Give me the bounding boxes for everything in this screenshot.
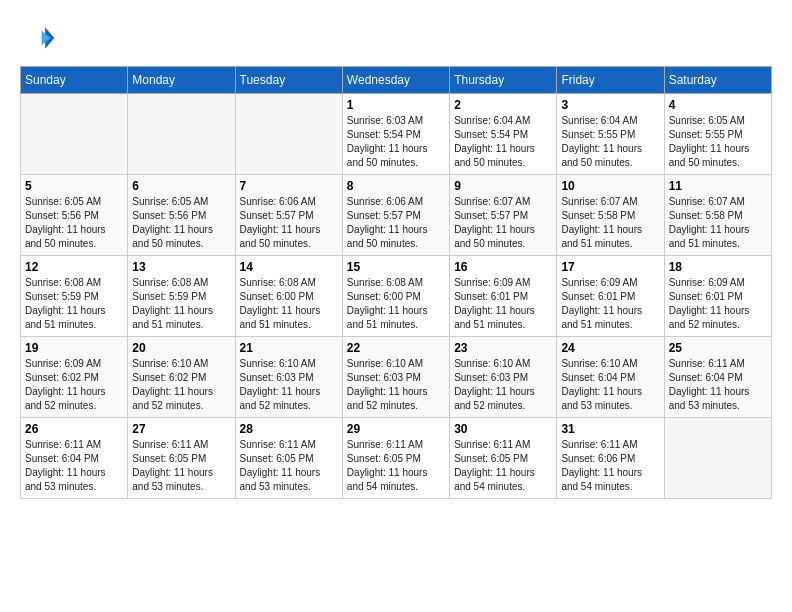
calendar-table: SundayMondayTuesdayWednesdayThursdayFrid…: [20, 66, 772, 499]
day-number: 20: [132, 341, 230, 355]
calendar-day-cell: [664, 418, 771, 499]
calendar-day-cell: 26Sunrise: 6:11 AMSunset: 6:04 PMDayligh…: [21, 418, 128, 499]
day-info: Sunrise: 6:05 AMSunset: 5:56 PMDaylight:…: [132, 195, 230, 251]
day-number: 6: [132, 179, 230, 193]
day-info: Sunrise: 6:04 AMSunset: 5:55 PMDaylight:…: [561, 114, 659, 170]
calendar-day-cell: 5Sunrise: 6:05 AMSunset: 5:56 PMDaylight…: [21, 175, 128, 256]
calendar-week-row: 19Sunrise: 6:09 AMSunset: 6:02 PMDayligh…: [21, 337, 772, 418]
day-info: Sunrise: 6:07 AMSunset: 5:58 PMDaylight:…: [561, 195, 659, 251]
day-number: 7: [240, 179, 338, 193]
day-info: Sunrise: 6:03 AMSunset: 5:54 PMDaylight:…: [347, 114, 445, 170]
day-number: 16: [454, 260, 552, 274]
calendar-day-cell: 1Sunrise: 6:03 AMSunset: 5:54 PMDaylight…: [342, 94, 449, 175]
day-of-week-header: Sunday: [21, 67, 128, 94]
calendar-week-row: 1Sunrise: 6:03 AMSunset: 5:54 PMDaylight…: [21, 94, 772, 175]
calendar-day-cell: 10Sunrise: 6:07 AMSunset: 5:58 PMDayligh…: [557, 175, 664, 256]
calendar-day-cell: 4Sunrise: 6:05 AMSunset: 5:55 PMDaylight…: [664, 94, 771, 175]
day-number: 29: [347, 422, 445, 436]
day-number: 15: [347, 260, 445, 274]
day-number: 30: [454, 422, 552, 436]
day-info: Sunrise: 6:09 AMSunset: 6:01 PMDaylight:…: [454, 276, 552, 332]
day-info: Sunrise: 6:10 AMSunset: 6:02 PMDaylight:…: [132, 357, 230, 413]
days-of-week-row: SundayMondayTuesdayWednesdayThursdayFrid…: [21, 67, 772, 94]
calendar-day-cell: 23Sunrise: 6:10 AMSunset: 6:03 PMDayligh…: [450, 337, 557, 418]
day-info: Sunrise: 6:11 AMSunset: 6:04 PMDaylight:…: [669, 357, 767, 413]
calendar-day-cell: 22Sunrise: 6:10 AMSunset: 6:03 PMDayligh…: [342, 337, 449, 418]
calendar-day-cell: 12Sunrise: 6:08 AMSunset: 5:59 PMDayligh…: [21, 256, 128, 337]
day-info: Sunrise: 6:07 AMSunset: 5:58 PMDaylight:…: [669, 195, 767, 251]
day-info: Sunrise: 6:09 AMSunset: 6:01 PMDaylight:…: [561, 276, 659, 332]
day-number: 28: [240, 422, 338, 436]
calendar-day-cell: 2Sunrise: 6:04 AMSunset: 5:54 PMDaylight…: [450, 94, 557, 175]
day-info: Sunrise: 6:08 AMSunset: 6:00 PMDaylight:…: [347, 276, 445, 332]
day-info: Sunrise: 6:07 AMSunset: 5:57 PMDaylight:…: [454, 195, 552, 251]
day-number: 4: [669, 98, 767, 112]
calendar-day-cell: 8Sunrise: 6:06 AMSunset: 5:57 PMDaylight…: [342, 175, 449, 256]
day-info: Sunrise: 6:08 AMSunset: 5:59 PMDaylight:…: [25, 276, 123, 332]
day-number: 13: [132, 260, 230, 274]
day-info: Sunrise: 6:11 AMSunset: 6:05 PMDaylight:…: [132, 438, 230, 494]
day-number: 12: [25, 260, 123, 274]
day-info: Sunrise: 6:04 AMSunset: 5:54 PMDaylight:…: [454, 114, 552, 170]
day-info: Sunrise: 6:06 AMSunset: 5:57 PMDaylight:…: [347, 195, 445, 251]
day-info: Sunrise: 6:08 AMSunset: 5:59 PMDaylight:…: [132, 276, 230, 332]
day-info: Sunrise: 6:10 AMSunset: 6:03 PMDaylight:…: [240, 357, 338, 413]
day-info: Sunrise: 6:11 AMSunset: 6:05 PMDaylight:…: [240, 438, 338, 494]
calendar-day-cell: [128, 94, 235, 175]
day-info: Sunrise: 6:05 AMSunset: 5:55 PMDaylight:…: [669, 114, 767, 170]
calendar-day-cell: 21Sunrise: 6:10 AMSunset: 6:03 PMDayligh…: [235, 337, 342, 418]
day-number: 27: [132, 422, 230, 436]
calendar-day-cell: 29Sunrise: 6:11 AMSunset: 6:05 PMDayligh…: [342, 418, 449, 499]
day-number: 18: [669, 260, 767, 274]
day-info: Sunrise: 6:10 AMSunset: 6:04 PMDaylight:…: [561, 357, 659, 413]
calendar-day-cell: 7Sunrise: 6:06 AMSunset: 5:57 PMDaylight…: [235, 175, 342, 256]
day-number: 5: [25, 179, 123, 193]
logo: [20, 20, 60, 56]
calendar-day-cell: 13Sunrise: 6:08 AMSunset: 5:59 PMDayligh…: [128, 256, 235, 337]
day-info: Sunrise: 6:10 AMSunset: 6:03 PMDaylight:…: [347, 357, 445, 413]
calendar-day-cell: 27Sunrise: 6:11 AMSunset: 6:05 PMDayligh…: [128, 418, 235, 499]
calendar-day-cell: 6Sunrise: 6:05 AMSunset: 5:56 PMDaylight…: [128, 175, 235, 256]
calendar-day-cell: 9Sunrise: 6:07 AMSunset: 5:57 PMDaylight…: [450, 175, 557, 256]
calendar-week-row: 12Sunrise: 6:08 AMSunset: 5:59 PMDayligh…: [21, 256, 772, 337]
calendar-day-cell: 16Sunrise: 6:09 AMSunset: 6:01 PMDayligh…: [450, 256, 557, 337]
day-info: Sunrise: 6:11 AMSunset: 6:06 PMDaylight:…: [561, 438, 659, 494]
page-header: [20, 20, 772, 56]
logo-icon: [20, 20, 56, 56]
day-info: Sunrise: 6:06 AMSunset: 5:57 PMDaylight:…: [240, 195, 338, 251]
day-number: 14: [240, 260, 338, 274]
day-number: 19: [25, 341, 123, 355]
day-number: 26: [25, 422, 123, 436]
calendar-day-cell: 18Sunrise: 6:09 AMSunset: 6:01 PMDayligh…: [664, 256, 771, 337]
calendar-day-cell: [21, 94, 128, 175]
day-info: Sunrise: 6:11 AMSunset: 6:05 PMDaylight:…: [347, 438, 445, 494]
day-of-week-header: Monday: [128, 67, 235, 94]
calendar-day-cell: 24Sunrise: 6:10 AMSunset: 6:04 PMDayligh…: [557, 337, 664, 418]
calendar-day-cell: [235, 94, 342, 175]
calendar-day-cell: 15Sunrise: 6:08 AMSunset: 6:00 PMDayligh…: [342, 256, 449, 337]
day-info: Sunrise: 6:11 AMSunset: 6:05 PMDaylight:…: [454, 438, 552, 494]
day-of-week-header: Tuesday: [235, 67, 342, 94]
day-info: Sunrise: 6:10 AMSunset: 6:03 PMDaylight:…: [454, 357, 552, 413]
day-number: 25: [669, 341, 767, 355]
day-number: 31: [561, 422, 659, 436]
calendar-day-cell: 25Sunrise: 6:11 AMSunset: 6:04 PMDayligh…: [664, 337, 771, 418]
day-of-week-header: Thursday: [450, 67, 557, 94]
day-number: 10: [561, 179, 659, 193]
calendar-day-cell: 19Sunrise: 6:09 AMSunset: 6:02 PMDayligh…: [21, 337, 128, 418]
day-of-week-header: Wednesday: [342, 67, 449, 94]
calendar-day-cell: 31Sunrise: 6:11 AMSunset: 6:06 PMDayligh…: [557, 418, 664, 499]
day-info: Sunrise: 6:05 AMSunset: 5:56 PMDaylight:…: [25, 195, 123, 251]
calendar-body: 1Sunrise: 6:03 AMSunset: 5:54 PMDaylight…: [21, 94, 772, 499]
day-number: 3: [561, 98, 659, 112]
day-of-week-header: Friday: [557, 67, 664, 94]
day-number: 9: [454, 179, 552, 193]
calendar-day-cell: 3Sunrise: 6:04 AMSunset: 5:55 PMDaylight…: [557, 94, 664, 175]
day-of-week-header: Saturday: [664, 67, 771, 94]
day-info: Sunrise: 6:11 AMSunset: 6:04 PMDaylight:…: [25, 438, 123, 494]
calendar-week-row: 26Sunrise: 6:11 AMSunset: 6:04 PMDayligh…: [21, 418, 772, 499]
calendar-day-cell: 30Sunrise: 6:11 AMSunset: 6:05 PMDayligh…: [450, 418, 557, 499]
day-info: Sunrise: 6:09 AMSunset: 6:02 PMDaylight:…: [25, 357, 123, 413]
day-number: 8: [347, 179, 445, 193]
calendar-day-cell: 17Sunrise: 6:09 AMSunset: 6:01 PMDayligh…: [557, 256, 664, 337]
